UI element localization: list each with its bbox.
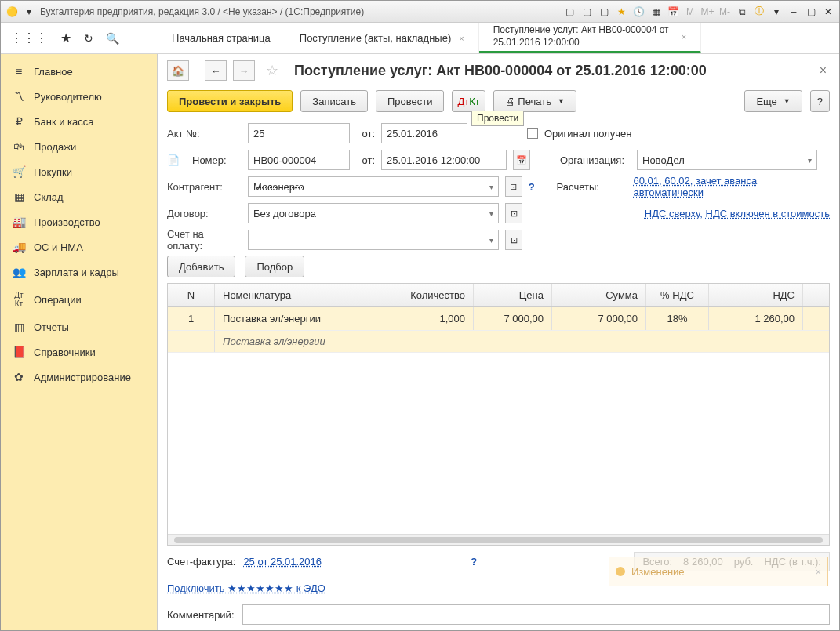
sidebar-item-main[interactable]: ≡Главное [1,59,157,84]
tab-home[interactable]: Начальная страница [158,23,285,53]
col-sum[interactable]: Сумма [552,284,646,306]
tab-current-document[interactable]: Поступление услуг: Акт НВ00-000004 от 25… [479,23,701,53]
close-tab-icon[interactable]: × [682,32,686,42]
col-price[interactable]: Цена [474,284,552,306]
sidebar-item-sales[interactable]: 🛍Продажи [1,134,157,159]
warehouse-icon: ▦ [12,190,26,203]
m-icon[interactable]: M [684,5,696,18]
original-received-checkbox[interactable] [527,128,538,139]
sfact-label: Счет-фактура: [167,556,235,568]
tab-documents[interactable]: Поступление (акты, накладные)× [285,23,479,53]
more-button[interactable]: Еще▼ [744,90,802,112]
sidebar-item-operations[interactable]: ДтКтОперации [1,285,157,314]
top-row: ⋮⋮⋮ ★ ↻ 🔍 Начальная страница Поступление… [1,23,839,54]
act-date-input[interactable]: 25.01.2016 [381,123,467,143]
forward-button[interactable]: → [233,60,255,81]
invoice-input[interactable] [248,230,499,250]
sidebar-item-manager[interactable]: 〽Руководителю [1,84,157,109]
number-date-input[interactable]: 25.01.2016 12:00:00 [381,150,507,170]
apps-icon[interactable]: ⋮⋮⋮ [10,31,48,45]
post-button[interactable]: Провести [376,90,445,112]
number-input[interactable]: НВ00-000004 [248,150,350,170]
col-quantity[interactable]: Количество [387,284,474,306]
table-row-sub[interactable]: Поставка эл/энергии [168,331,829,353]
add-row-button[interactable]: Добавить [167,256,235,277]
document-content: 🏠 ← → ☆ Поступление услуг: Акт НВ00-0000… [158,54,839,630]
home-button[interactable]: 🏠 [167,60,189,81]
dropdown-icon[interactable]: ▾ [23,5,35,18]
sidebar-item-admin[interactable]: ✿Администрирование [1,364,157,390]
close-tab-icon[interactable]: × [459,34,464,43]
star-icon[interactable]: ★ [60,31,71,45]
col-nomenclature[interactable]: Номенклатура [215,284,387,306]
list-icon: ≡ [12,65,26,78]
truck-icon: 🚚 [12,241,26,253]
sidebar-item-warehouse[interactable]: ▦Склад [1,184,157,209]
sidebar-item-purchases[interactable]: 🛒Покупки [1,159,157,184]
open-invoice-button[interactable]: ⊡ [505,230,522,250]
help-icon[interactable]: ? [529,181,535,193]
help-icon[interactable]: ? [471,556,477,568]
sidebar-item-production[interactable]: 🏭Производство [1,209,157,234]
toolbar-icon[interactable]: ▢ [580,5,593,18]
sidebar-item-reports[interactable]: ▥Отчеты [1,314,157,339]
calendar-button[interactable]: 📅 [513,150,530,170]
back-button[interactable]: ← [205,60,227,81]
original-received-label: Оригинал получен [544,128,631,140]
info-icon[interactable]: ⓘ [753,5,765,18]
sidebar-item-bank[interactable]: ₽Банк и касса [1,109,157,134]
post-and-close-button[interactable]: Провести и закрыть [167,90,293,112]
col-vat-percent[interactable]: % НДС [646,284,709,306]
sidebar-item-assets[interactable]: 🚚ОС и НМА [1,234,157,259]
close-notification-icon[interactable]: × [815,566,821,578]
contract-input[interactable]: Без договора [248,203,499,223]
help-button[interactable]: ? [810,90,830,112]
horizontal-scrollbar[interactable] [168,534,829,545]
col-vat-value[interactable]: НДС [709,284,803,306]
gear-icon: ✿ [12,371,26,383]
history-icon[interactable]: 🕓 [632,5,645,18]
act-number-input[interactable]: 25 [248,123,350,143]
nds-link[interactable]: НДС сверху, НДС включен в стоимость [645,208,830,219]
calc-label: Расчеты: [557,181,627,193]
m-minus-icon[interactable]: M- [718,5,731,18]
sidebar-item-salary[interactable]: 👥Зарплата и кадры [1,259,157,285]
edo-link[interactable]: Подключить ★★★★★★★ к ЭДО [167,582,325,594]
panel-icon[interactable]: ⧉ [736,5,748,18]
search-icon[interactable]: 🔍 [106,32,119,45]
people-icon: 👥 [12,266,26,278]
act-number-label: Акт №: [167,128,242,140]
org-input[interactable]: НовоДел [637,150,817,170]
bag-icon: 🛍 [12,140,26,153]
maximize-icon[interactable]: ▢ [805,5,817,18]
close-document-icon[interactable]: × [816,63,830,78]
comment-input[interactable] [242,604,831,625]
app-icon: 🟡 [5,5,18,18]
close-icon[interactable]: ✕ [822,5,835,18]
col-n[interactable]: N [168,284,215,306]
status-icon: 📄 [167,154,186,166]
dtct-button[interactable]: ДтКт [452,90,485,112]
open-contractor-button[interactable]: ⊡ [505,176,522,197]
contract-label: Договор: [167,208,242,219]
toolbar-icon[interactable]: ▢ [563,5,576,18]
notification-popup[interactable]: Изменение × [609,557,828,586]
pick-button[interactable]: Подбор [245,256,304,277]
favorites-icon[interactable]: ★ [615,5,627,18]
toolbar-icon[interactable]: ▢ [598,5,610,18]
open-contract-button[interactable]: ⊡ [505,203,522,223]
save-button[interactable]: Записать [300,90,368,112]
calc-link[interactable]: 60.01, 60.02, зачет аванса автоматически [634,175,831,198]
minimize-icon[interactable]: – [787,5,800,18]
print-button[interactable]: 🖨 Печать▼ [493,90,576,112]
sfact-link[interactable]: 25 от 25.01.2016 [243,556,322,568]
history-icon[interactable]: ↻ [84,32,93,45]
m-plus-icon[interactable]: M+ [701,5,714,18]
calc-icon[interactable]: ▦ [649,5,662,18]
table-row[interactable]: 1 Поставка эл/энергии 1,000 7 000,00 7 0… [168,307,829,331]
dropdown-icon[interactable]: ▾ [770,5,783,18]
contractor-input[interactable]: Мосэнерго [248,176,499,197]
calendar-icon[interactable]: 📅 [667,5,679,18]
sidebar-item-directories[interactable]: 📕Справочники [1,339,157,364]
favorite-icon[interactable]: ☆ [266,62,278,79]
